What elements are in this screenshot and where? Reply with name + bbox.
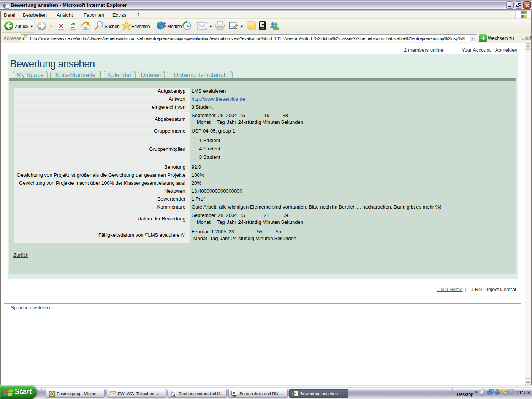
svg-text:e: e bbox=[3, 2, 6, 9]
svg-text:e: e bbox=[293, 391, 295, 397]
svg-text:e: e bbox=[23, 36, 26, 41]
svg-text:✱: ✱ bbox=[261, 22, 264, 27]
